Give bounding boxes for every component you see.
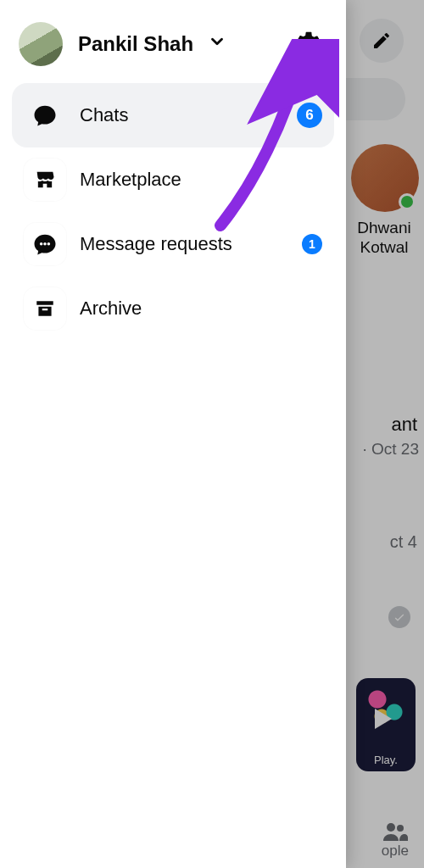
menu-item-label: Archive [80,298,322,320]
chevron-down-icon [208,32,226,51]
menu-item-label: Marketplace [80,169,322,191]
archive-icon [24,287,66,330]
marketplace-icon [24,159,66,201]
svg-point-4 [47,242,51,246]
settings-button[interactable] [290,25,327,63]
avatar[interactable] [19,22,63,66]
menu-item-archive[interactable]: Archive [12,276,334,341]
navigation-drawer: Pankil Shah Chats 6 Marketplace [0,0,346,868]
unread-badge: 1 [302,234,322,254]
gear-icon [294,30,323,58]
svg-point-2 [40,242,43,246]
menu-item-label: Chats [80,104,297,126]
unread-badge: 6 [297,103,322,128]
drawer-menu: Chats 6 Marketplace Message requests 1 [0,83,346,341]
menu-item-marketplace[interactable]: Marketplace [12,147,334,212]
menu-item-label: Message requests [80,233,302,255]
chat-icon [24,94,66,136]
message-requests-icon [24,223,66,265]
overlay-dim [346,0,424,868]
menu-item-message-requests[interactable]: Message requests 1 [12,212,334,276]
svg-point-3 [43,242,47,246]
user-name-label: Pankil Shah [78,32,193,55]
account-switcher[interactable]: Pankil Shah [78,32,226,56]
menu-item-chats[interactable]: Chats 6 [12,83,334,147]
drawer-header: Pankil Shah [0,0,346,83]
